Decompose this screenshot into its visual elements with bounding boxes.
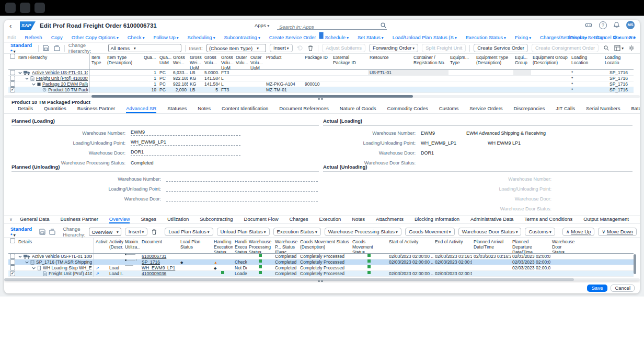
window-control-icon[interactable] [5, 3, 16, 13]
tree-item-label[interactable]: Freight Unit (Prof) 4100009036 [36, 76, 88, 81]
table-row[interactable]: Freight Unit (Prof) 41000090361PC922.185… [8, 76, 634, 81]
window-control-icon[interactable] [20, 3, 30, 13]
item-type-select[interactable]: (Choose Item Type)▾ [206, 44, 266, 52]
tree-item-label[interactable]: WH Loading Stop WH_EWM9_LP1 / EW... [43, 265, 92, 271]
checkbox[interactable]: ✔ [10, 271, 15, 276]
checkbox[interactable] [10, 259, 15, 265]
checkbox[interactable] [10, 254, 15, 259]
document-link[interactable]: SP_1716 [142, 259, 177, 265]
sap-logo[interactable]: SAP [20, 21, 36, 30]
expand-toggle-icon[interactable] [32, 267, 36, 269]
jump-to-icon[interactable]: ↗ [96, 271, 106, 277]
field-value[interactable]: WH_EWM9_LP1 [131, 139, 240, 146]
delete-icon[interactable] [307, 44, 314, 52]
tab-advanced-sr[interactable]: Advanced SR [126, 105, 156, 113]
expand-toggle-icon[interactable] [18, 255, 22, 258]
save-view-icon[interactable] [39, 228, 45, 235]
undo-icon[interactable] [296, 44, 304, 52]
button-create-service-order[interactable]: Create Service Order [474, 44, 528, 52]
tree-item-label[interactable]: Active Vehicle US-FTL-01 1000000 [32, 70, 88, 76]
checkbox[interactable] [10, 76, 15, 81]
menu-item-display-settings[interactable]: Display Settings [570, 33, 606, 42]
button-execution-status[interactable]: Execution Status▾ [273, 228, 321, 236]
checkbox[interactable] [10, 265, 15, 270]
jump-to-icon[interactable]: ↗ [96, 265, 106, 271]
table-row[interactable]: Package 20 EWM Pallet 9000101PC922.185KG… [8, 81, 634, 87]
splitter-grip[interactable] [317, 98, 324, 100]
tab-utilization[interactable]: Utilization [167, 216, 189, 223]
search-input[interactable]: Search in: Apps [277, 21, 387, 30]
help-menu-icon[interactable]: ⊘ ▾ [628, 33, 636, 42]
expand-toggle-icon[interactable] [32, 83, 36, 86]
tab-nature-of-goods[interactable]: Nature of Goods [340, 105, 376, 113]
menu-item-create-service-order[interactable]: Create Service Order [269, 33, 316, 42]
button-goods-movement[interactable]: Goods Movement▾ [405, 228, 455, 236]
tree-item-label[interactable]: Product 10 TM Packaged Product [48, 87, 88, 93]
checkbox[interactable]: ✔ [10, 87, 15, 92]
checkbox[interactable] [10, 238, 15, 243]
delete-icon[interactable] [151, 228, 157, 235]
tab-overview[interactable]: Overview [109, 216, 130, 223]
field-value[interactable] [166, 195, 318, 202]
save-button[interactable]: Save [587, 285, 608, 292]
tree-item-label[interactable]: Package 20 EWM Pallet 900010 [42, 81, 88, 87]
tab-general-data[interactable]: General Data [20, 216, 50, 223]
field-value[interactable]: DOR1 [131, 149, 240, 156]
button-warehouse-door-status[interactable]: Warehouse Door Status▾ [458, 228, 522, 236]
button-insert[interactable]: Insert▾ [125, 228, 148, 236]
tab-stages[interactable]: Stages [141, 216, 156, 223]
save-view-as-icon[interactable] [49, 228, 55, 235]
splitter-grip[interactable] [317, 280, 324, 282]
expand-toggle-icon[interactable] [18, 72, 22, 74]
tab-execution[interactable]: Execution [319, 216, 341, 223]
back-icon[interactable]: ‹ [9, 22, 12, 30]
search-icon[interactable] [381, 22, 386, 28]
tree-item-label[interactable]: Freight Unit (Prof) 4100009036 [49, 271, 92, 277]
button-load-plan-status[interactable]: Load Plan Status▾ [165, 228, 213, 236]
document-link[interactable]: WH_EWM9_LP1 [142, 265, 177, 271]
menu-item-follow-up[interactable]: Follow Up ▾ [153, 33, 178, 42]
items-table-hscrollbar[interactable] [4, 94, 640, 99]
menu-item-copy[interactable]: Copy [51, 33, 63, 42]
window-control-icon[interactable] [34, 3, 45, 13]
tab-batches[interactable]: Batches [631, 105, 640, 113]
cancel-button[interactable]: Cancel [611, 285, 635, 292]
menu-item-check[interactable]: Check ▾ [128, 33, 145, 42]
checkbox[interactable] [10, 70, 15, 75]
tab-serial-numbers[interactable]: Serial Numbers [586, 105, 620, 113]
save-view-as-icon[interactable] [53, 44, 61, 52]
field-value[interactable] [166, 185, 318, 192]
copilot-icon[interactable] [585, 22, 592, 28]
tab-blocking-information[interactable]: Blocking Information [415, 216, 459, 223]
button-move-down[interactable]: ∨ Move Down [598, 228, 637, 236]
tab-details[interactable]: Details [18, 105, 33, 113]
overview-table-vscrollbar[interactable] [634, 254, 636, 274]
table-row[interactable]: Active Vehicle US-FTL-01 100000061000067… [8, 254, 634, 259]
menu-item-load-unload-plan-status-s[interactable]: Load/Unload Plan Status (S ▾ [393, 33, 457, 42]
checkbox[interactable] [10, 54, 15, 59]
button-customs[interactable]: Customs▾ [525, 228, 555, 236]
tab-discrepancies[interactable]: Discrepancies [514, 105, 545, 113]
settings-gear-icon[interactable]: ⚙ ▾ [613, 33, 621, 42]
menu-item-scheduling[interactable]: Scheduling ▾ [188, 33, 215, 42]
tab-attachments[interactable]: Attachments [376, 216, 404, 223]
tab-quantities[interactable]: Quantities [44, 105, 66, 113]
button-forwarding-order[interactable]: Forwarding Order▾ [369, 44, 418, 52]
button-unload-plan-status[interactable]: Unload Plan Status▾ [217, 228, 270, 236]
apps-dropdown[interactable]: Apps ▾ [255, 22, 269, 28]
button-warehouse-processing-status[interactable]: Warehouse Processing Status▾ [325, 228, 401, 236]
tab-output-management[interactable]: Output Management [583, 216, 629, 223]
menu-item-set-status[interactable]: Set Status ▾ [358, 33, 384, 42]
tab-terms-and-conditions[interactable]: Terms and Conditions [524, 216, 572, 223]
search-icon[interactable] [602, 44, 611, 52]
tab-business-partner[interactable]: Business Partner [61, 216, 98, 223]
hierarchy-select[interactable]: All Items▾ [108, 44, 181, 52]
overview-table-hscrollbar[interactable] [4, 278, 640, 282]
button-move-up[interactable]: ∧ Move Up [562, 228, 595, 236]
save-view-icon[interactable] [42, 44, 50, 52]
menu-item-fixing[interactable]: Fixing ▾ [515, 33, 531, 42]
document-link[interactable]: 4100009036 [142, 271, 177, 277]
tab-customs[interactable]: Customs [439, 105, 458, 113]
tab-document-flow[interactable]: Document Flow [244, 216, 279, 223]
tab-administrative-data[interactable]: Administrative Data [470, 216, 513, 223]
